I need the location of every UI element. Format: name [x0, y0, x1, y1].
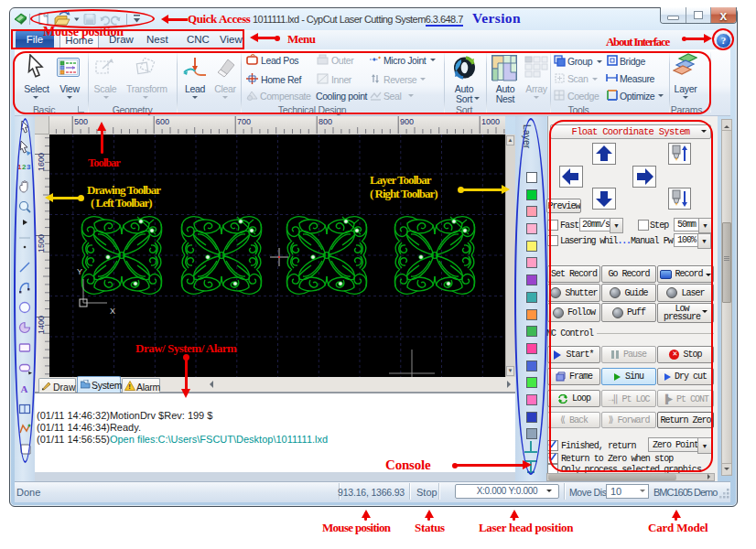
svg-text:900: 900: [400, 117, 414, 126]
svg-text:1500: 1500: [37, 234, 46, 253]
svg-text:500: 500: [74, 117, 88, 126]
svg-text:800: 800: [319, 117, 332, 126]
svg-text:!: !: [128, 382, 131, 391]
svg-text:1600: 1600: [37, 153, 46, 171]
svg-text:600: 600: [156, 117, 169, 126]
svg-text:700: 700: [237, 117, 251, 126]
svg-text:X: X: [110, 307, 115, 316]
svg-text:1400: 1400: [37, 316, 46, 334]
svg-text:1000: 1000: [481, 117, 500, 126]
svg-text:Y: Y: [77, 267, 82, 276]
